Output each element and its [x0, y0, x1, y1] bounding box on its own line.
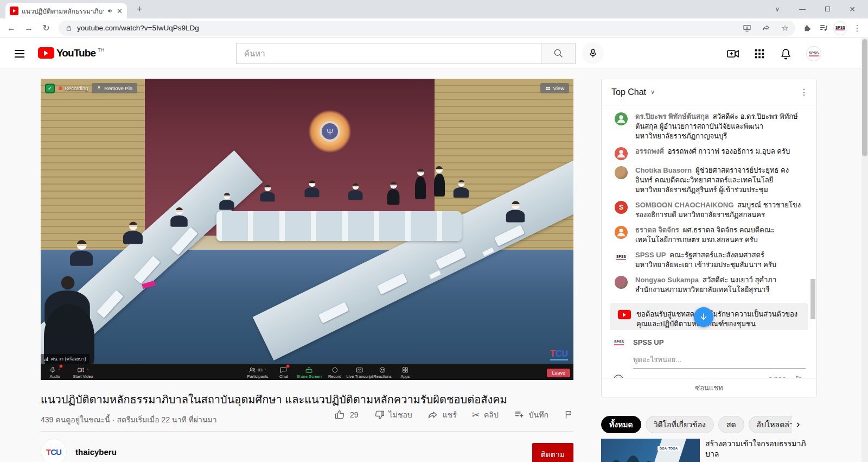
back-button[interactable]: ← [4, 24, 18, 33]
tcu-watermark: TCU [550, 350, 568, 360]
chat-user-avatar[interactable]: SPSS [612, 336, 626, 349]
dislike-label: ไม่ชอบ [389, 409, 412, 421]
close-button[interactable]: ✕ [840, 5, 865, 14]
meeting-attendee [171, 207, 188, 227]
clip-label: คลิป [484, 409, 499, 421]
youtube-masthead: YouTube TH SPSS [0, 38, 868, 68]
search-input[interactable] [236, 43, 541, 64]
filter-chip[interactable]: ทั้งหมด [601, 416, 641, 433]
browser-toolbar: ← → ↻ youtube.com/watch?v=5IwUqPs9LDg ☆ … [0, 18, 868, 38]
minimize-button[interactable]: — [790, 5, 815, 13]
search-area [236, 42, 604, 64]
bookmark-star-icon[interactable]: ☆ [778, 23, 792, 33]
chat-author-avatar[interactable]: S [615, 201, 628, 214]
university-emblem: Ψ [308, 110, 352, 153]
page-scrollbar[interactable] [861, 38, 868, 462]
zoom-apps-icon [401, 366, 409, 374]
like-button[interactable]: 29 [335, 409, 359, 420]
filter-chip[interactable]: อัปโหลดล่าสุด [749, 416, 792, 433]
meeting-attendee [70, 240, 93, 266]
zoom-start-video-button: ^Start Video [73, 366, 93, 379]
reload-button[interactable]: ↻ [39, 24, 53, 33]
tab-close-icon[interactable]: ✕ [117, 7, 123, 15]
tab-search-icon[interactable]: ∨ [765, 5, 790, 13]
share-button[interactable]: แชร์ [427, 409, 457, 421]
account-avatar[interactable]: SPSS [806, 46, 821, 61]
maximize-button[interactable] [815, 5, 840, 13]
report-flag-button[interactable] [564, 410, 573, 420]
meeting-attendee [304, 180, 319, 197]
video-player[interactable]: Ψ ✓ Recording Remove Pin [41, 79, 573, 380]
chat-author-name: SPSS UP [635, 251, 666, 259]
chat-mode-selector[interactable]: Top Chat∨ [611, 87, 655, 97]
zoom-reactions-icon [379, 366, 386, 374]
youtube-logo[interactable]: YouTube TH [38, 47, 104, 59]
browser-tab[interactable]: แนวปฏิบัติตามหลักธรรมาภิบาลใน ✕ [5, 3, 127, 18]
scroll-to-bottom-button[interactable] [694, 307, 713, 327]
chat-message-body: SPSS UPคณะรัฐศาสตร์และสังคมศาสตร์ มหาวิท… [635, 250, 803, 270]
meeting-attendee [434, 166, 445, 197]
chat-author-avatar[interactable] [615, 226, 628, 239]
tab-audio-icon[interactable] [107, 8, 113, 14]
hamburger-menu-icon[interactable] [15, 50, 24, 60]
search-button[interactable] [541, 43, 576, 64]
zoom-chat-icon [280, 366, 288, 374]
address-bar[interactable]: youtube.com/watch?v=5IwUqPs9LDg ☆ [59, 21, 795, 36]
chat-author-avatar[interactable] [615, 276, 628, 289]
svg-text:CC: CC [358, 369, 362, 371]
dislike-button[interactable]: ไม่ชอบ [374, 409, 412, 421]
hide-chat-button[interactable]: ซ่อนแชท [602, 378, 816, 397]
masthead-actions: SPSS [726, 46, 821, 61]
chat-message-body: ธราดล จิตจักรผศ.ธราดล จิตจักร คณบดีคณะเท… [635, 225, 803, 245]
chat-message-text: อรรถพงศ์ กาวาฟ รองอธิการ ม.อุบล ครับ [668, 147, 790, 155]
related-video[interactable]: DGATDGA สร้างความเข้าใจกรอบธรรมาภิบาล [601, 439, 812, 462]
chips-next-icon[interactable]: › [796, 418, 800, 430]
zoom-audio-icon: ^ [49, 366, 60, 374]
related-thumbnail[interactable]: DGATDGA [601, 439, 700, 462]
playlist-extension-icon[interactable] [817, 23, 830, 33]
chat-message-input[interactable]: พูดอะไรหน่อย... [633, 354, 806, 369]
youtube-play-icon [38, 47, 54, 59]
share-icon[interactable] [759, 24, 773, 33]
forward-button[interactable]: → [22, 24, 36, 33]
thumb-figure [625, 455, 641, 462]
browser-profile-avatar[interactable]: SPSS [833, 21, 847, 35]
chat-author-avatar[interactable]: SPSS [615, 251, 628, 264]
chat-scrollbar[interactable] [810, 279, 815, 319]
apps-grid-icon[interactable] [754, 48, 765, 60]
filter-chip[interactable]: วิดีโอที่เกี่ยวข้อง [646, 416, 714, 433]
install-icon[interactable] [740, 24, 754, 33]
browser-menu-icon[interactable]: ⋮ [851, 23, 864, 33]
channel-avatar[interactable]: TCU [41, 439, 67, 462]
chat-author-avatar[interactable] [615, 112, 628, 125]
chat-menu-icon[interactable]: ⋮ [797, 87, 811, 97]
chat-author-name: อรรถพงศ์ [635, 147, 664, 155]
new-tab-button[interactable]: + [137, 4, 143, 15]
subscribe-button[interactable]: ติดตาม [532, 443, 573, 462]
chat-message-body: Chotika Buasornผู้ช่วยศาสตราจารย์ประยุทธ… [635, 166, 803, 195]
related-title[interactable]: สร้างความเข้าใจกรอบธรรมาภิบาล [705, 439, 812, 462]
tab-strip: แนวปฏิบัติตามหลักธรรมาภิบาลใน ✕ + ∨ — ✕ [0, 0, 868, 18]
chat-author-avatar[interactable] [615, 147, 628, 160]
channel-name[interactable]: thaicyberu [75, 447, 117, 457]
zoom-participants-icon: 83^ [249, 366, 266, 374]
extensions-puzzle-icon[interactable] [801, 23, 814, 33]
zoom-apps-button: Apps [400, 366, 410, 379]
youtube-icon [618, 310, 631, 319]
save-button[interactable]: บันทึก [514, 409, 548, 421]
save-label: บันทึก [529, 409, 548, 421]
scissors-icon: ✂ [472, 410, 480, 420]
chat-message: ดร.ปิยะพร พิทักษ์ต้นสกุลสวัสดีค่ะ อ.ดร.ป… [602, 109, 816, 144]
channel-row: TCU thaicyberu [41, 439, 117, 462]
create-video-icon[interactable] [726, 47, 739, 60]
chat-message: Nongyao Sukampaสวัสดีค่ะ นงเยาว์ สุคำภา … [602, 273, 816, 298]
chat-author-name: ดร.ปิยะพร พิทักษ์ต้นสกุล [635, 112, 709, 121]
notifications-bell-icon[interactable] [780, 48, 792, 60]
chat-author-avatar[interactable] [615, 166, 628, 179]
voice-search-icon[interactable] [582, 42, 604, 64]
page-scrollbar-thumb[interactable] [862, 39, 867, 156]
clip-button[interactable]: ✂ คลิป [472, 409, 499, 421]
account-avatar-label: SPSS [809, 51, 819, 56]
video-stats: 439 คนดูอยู่ในขณะนี้ · สตรีมเริ่มเมื่อ 2… [41, 414, 217, 426]
filter-chip[interactable]: สด [718, 416, 744, 433]
